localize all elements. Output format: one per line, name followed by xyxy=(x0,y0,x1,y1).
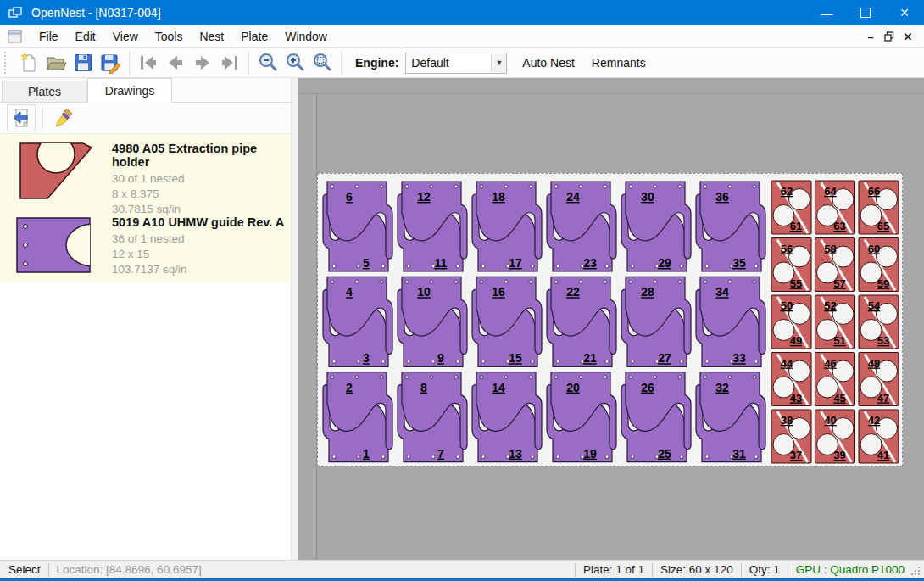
drawing-item-extraction-pipe-holder[interactable]: 4980 A05 Extraction pipe holder 30 of 1 … xyxy=(0,134,291,208)
part-number-label: 56 xyxy=(781,243,793,255)
nest-pair-purple[interactable]: 3231 xyxy=(696,372,765,462)
part-number-label: 37 xyxy=(790,449,802,461)
drawing-size: 12 x 15 xyxy=(112,247,291,262)
new-button[interactable] xyxy=(15,50,42,75)
nest-pair-purple[interactable]: 21 xyxy=(323,372,392,462)
part-number-label: 39 xyxy=(833,449,845,461)
nest-pair-red[interactable]: 6463 xyxy=(815,181,855,234)
nest-pair-purple[interactable]: 2221 xyxy=(547,277,616,366)
drawing-list: 4980 A05 Extraction pipe holder 30 of 1 … xyxy=(0,134,291,282)
nest-pair-purple[interactable]: 109 xyxy=(398,277,467,366)
chevron-down-icon[interactable]: ▼ xyxy=(491,54,506,72)
nest-pair-red[interactable]: 6059 xyxy=(859,238,899,292)
part-number-label: 29 xyxy=(658,256,671,270)
nest-pair-red[interactable]: 6665 xyxy=(859,181,899,234)
app-icon xyxy=(8,4,25,21)
previous-plate-button[interactable] xyxy=(162,50,189,75)
part-number-label: 15 xyxy=(509,351,522,365)
part-number-label: 25 xyxy=(658,447,671,461)
toolbar-separator xyxy=(248,51,249,75)
nest-pair-red[interactable]: 5251 xyxy=(815,295,855,349)
resize-grip[interactable] xyxy=(910,565,921,577)
menu-edit[interactable]: Edit xyxy=(67,25,104,47)
minimize-button[interactable]: ― xyxy=(807,0,846,25)
open-button[interactable] xyxy=(42,50,70,75)
nest-pair-red[interactable]: 5857 xyxy=(815,238,855,292)
engine-combobox[interactable]: Default ▼ xyxy=(405,53,507,74)
nest-pair-red[interactable]: 6261 xyxy=(771,181,811,234)
menu-window[interactable]: Window xyxy=(276,25,336,47)
nest-pair-purple[interactable]: 3029 xyxy=(621,182,691,271)
nest-pair-red[interactable]: 4645 xyxy=(815,353,855,406)
nest-pair-purple[interactable]: 1413 xyxy=(472,372,542,462)
nest-pair-red[interactable]: 4241 xyxy=(859,410,899,463)
save-button[interactable] xyxy=(70,50,97,75)
part-number-label: 22 xyxy=(566,285,580,299)
toolbar-separator xyxy=(42,107,43,129)
part-number-label: 33 xyxy=(732,351,746,365)
last-plate-button[interactable] xyxy=(216,50,243,75)
drawing-title: 4980 A05 Extraction pipe holder xyxy=(112,142,291,169)
nest-pair-purple[interactable]: 65 xyxy=(323,182,392,271)
child-restore-button[interactable] xyxy=(880,28,899,45)
auto-nest-button[interactable]: Auto Nest xyxy=(514,50,582,75)
clear-drawings-button[interactable] xyxy=(50,104,79,131)
part-number-label: 38 xyxy=(781,414,793,427)
first-plate-button[interactable] xyxy=(135,50,162,75)
nest-pair-purple[interactable]: 1211 xyxy=(398,182,467,271)
part-number-label: 42 xyxy=(868,414,880,427)
child-close-button[interactable]: ✕ xyxy=(899,28,917,45)
nest-pair-purple[interactable]: 87 xyxy=(398,372,467,462)
part-number-label: 17 xyxy=(509,256,522,270)
part-number-label: 27 xyxy=(658,351,671,365)
nest-pair-red[interactable]: 5049 xyxy=(771,295,811,349)
zoom-out-button[interactable] xyxy=(254,50,281,75)
nest-pair-red[interactable]: 5453 xyxy=(859,295,899,349)
nest-pair-purple[interactable]: 2827 xyxy=(621,277,691,366)
nest-pair-red[interactable]: 4039 xyxy=(815,410,855,463)
maximize-button[interactable] xyxy=(846,0,885,25)
tab-drawings[interactable]: Drawings xyxy=(87,78,172,103)
part-number-label: 8 xyxy=(420,381,427,394)
import-drawing-button[interactable] xyxy=(7,104,36,131)
nest-canvas[interactable]: 6512111817242330293635431091615222128273… xyxy=(318,174,902,466)
close-button[interactable]: × xyxy=(885,0,924,25)
nest-pair-purple[interactable]: 2019 xyxy=(547,372,616,462)
part-number-label: 10 xyxy=(417,285,431,299)
main-toolbar: Engine: Default ▼ Auto Nest Remnants xyxy=(0,48,924,78)
sidebar-scrollbar[interactable] xyxy=(291,78,298,560)
menu-plate[interactable]: Plate xyxy=(232,25,276,47)
menu-view[interactable]: View xyxy=(104,25,147,47)
part-number-label: 61 xyxy=(790,220,802,232)
part-number-label: 49 xyxy=(790,334,802,347)
nest-viewport[interactable]: 6512111817242330293635431091615222128273… xyxy=(298,78,924,560)
nest-pair-purple[interactable]: 2423 xyxy=(547,182,616,271)
nest-pair-purple[interactable]: 3433 xyxy=(696,277,765,366)
drawing-item-uhmw-guide[interactable]: 5019 A10 UHMW guide Rev. A 36 of 1 neste… xyxy=(0,208,291,282)
nest-pair-purple[interactable]: 2625 xyxy=(621,372,691,462)
part-number-label: 7 xyxy=(437,447,444,461)
remnants-button[interactable]: Remnants xyxy=(583,50,654,75)
plate[interactable]: 6512111817242330293635431091615222128273… xyxy=(317,173,903,466)
toolbar-grip[interactable] xyxy=(4,52,8,74)
nest-pair-purple[interactable]: 1615 xyxy=(472,277,542,366)
nest-pair-purple[interactable]: 3635 xyxy=(696,182,765,271)
nest-pair-purple[interactable]: 43 xyxy=(323,277,392,366)
menu-nest[interactable]: Nest xyxy=(191,25,232,47)
child-minimize-button[interactable]: – xyxy=(861,28,880,45)
nest-pair-red[interactable]: 3837 xyxy=(771,410,811,463)
zoom-fit-button[interactable] xyxy=(309,50,336,75)
plate-size-status: Size: 60 x 120 xyxy=(660,563,733,576)
nest-pair-red[interactable]: 5655 xyxy=(771,238,811,292)
nest-pair-purple[interactable]: 1817 xyxy=(472,182,542,271)
part-number-label: 43 xyxy=(790,392,802,405)
next-plate-button[interactable] xyxy=(189,50,216,75)
save-as-button[interactable] xyxy=(97,50,124,75)
nest-pair-red[interactable]: 4443 xyxy=(771,353,811,406)
menu-file[interactable]: File xyxy=(31,25,67,47)
menu-tools[interactable]: Tools xyxy=(147,25,192,47)
nest-pair-red[interactable]: 4847 xyxy=(859,353,899,406)
tab-plates[interactable]: Plates xyxy=(2,81,87,103)
part-number-label: 1 xyxy=(363,447,370,461)
zoom-in-button[interactable] xyxy=(281,50,309,75)
